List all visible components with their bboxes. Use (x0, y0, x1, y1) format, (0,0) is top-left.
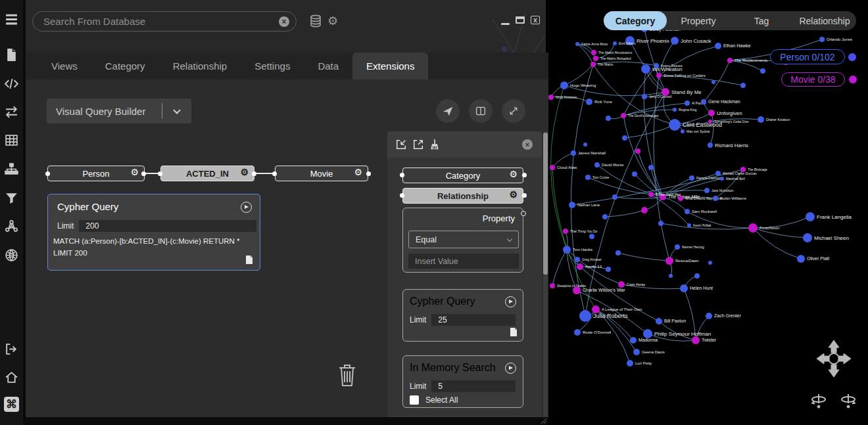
person-node[interactable] (715, 43, 721, 49)
person-node[interactable] (571, 150, 576, 156)
connector-dot[interactable] (272, 171, 277, 176)
rotate-left-icon[interactable] (809, 392, 828, 413)
clear-search-icon[interactable]: × (279, 16, 289, 27)
minimize-button[interactable] (501, 23, 510, 25)
run-query-icon[interactable] (241, 202, 252, 213)
person-node[interactable] (643, 329, 652, 338)
movie-node[interactable] (740, 167, 746, 172)
person-node[interactable] (713, 196, 718, 201)
tab-category[interactable]: Category (91, 53, 159, 79)
person-node[interactable] (627, 360, 633, 367)
connector-dot[interactable] (366, 171, 371, 176)
person-node[interactable] (633, 349, 640, 355)
resize-grip-icon[interactable] (541, 418, 547, 424)
person-node[interactable] (694, 273, 700, 279)
movie-node[interactable] (618, 281, 625, 288)
person-node[interactable] (806, 212, 815, 221)
hierarchy-icon[interactable] (4, 162, 19, 177)
movie-node[interactable] (550, 165, 555, 170)
person-node[interactable] (615, 250, 621, 256)
code-icon[interactable] (4, 76, 19, 91)
badge-color-dot[interactable] (849, 76, 857, 83)
search-bar[interactable]: × (32, 11, 297, 32)
panel-pill-relationship[interactable]: Relationship⚙ (402, 188, 523, 204)
limit-input[interactable] (431, 314, 516, 326)
rotate-right-icon[interactable] (839, 392, 857, 413)
person-node[interactable] (680, 284, 688, 292)
pan-center[interactable] (829, 353, 839, 364)
export-icon[interactable] (412, 139, 424, 150)
settings-gear-icon[interactable]: ⚙ (327, 14, 338, 28)
operator-select[interactable]: Equal (408, 231, 519, 248)
badge-movie[interactable]: Movie 0/38 (781, 72, 845, 87)
person-node[interactable] (760, 68, 765, 74)
tab-settings[interactable]: Settings (241, 53, 304, 79)
movie-node[interactable] (708, 120, 712, 123)
person-node[interactable] (740, 83, 746, 88)
person-node[interactable] (689, 175, 694, 181)
document-icon[interactable] (510, 327, 518, 337)
scrollbar[interactable] (543, 131, 548, 417)
connector-ring[interactable] (521, 211, 526, 216)
person-node[interactable] (612, 194, 617, 200)
filter-icon[interactable] (4, 190, 19, 206)
gear-icon[interactable]: ⚙ (509, 169, 518, 179)
query-node-movie[interactable]: Movie⚙ (275, 166, 368, 181)
movie-node[interactable] (708, 110, 715, 116)
person-node[interactable] (613, 41, 617, 45)
connector-dot[interactable] (45, 171, 50, 176)
person-node[interactable] (648, 165, 654, 170)
person-node[interactable] (569, 202, 575, 208)
tab-relationship[interactable]: Relationship (159, 53, 241, 79)
movie-node[interactable] (641, 207, 648, 213)
value-input[interactable] (408, 254, 519, 269)
gear-icon[interactable]: ⚙ (130, 167, 139, 177)
scrollbar-thumb[interactable] (543, 133, 548, 275)
close-panel-icon[interactable]: × (522, 139, 533, 150)
person-node[interactable] (563, 246, 571, 254)
movie-node[interactable] (656, 73, 662, 78)
swap-arrows-icon[interactable] (4, 104, 19, 120)
person-node[interactable] (758, 116, 764, 123)
tab-views[interactable]: Views (37, 53, 91, 79)
run-query-icon[interactable] (505, 296, 516, 307)
tab-extensions[interactable]: Extensions (352, 53, 428, 79)
person-node[interactable] (711, 80, 715, 84)
document-icon[interactable] (4, 47, 19, 62)
pan-up-arrow[interactable] (829, 340, 839, 353)
person-node[interactable] (669, 119, 681, 131)
movie-node[interactable] (748, 223, 758, 233)
movie-node[interactable] (577, 263, 583, 270)
trash-icon[interactable] (338, 363, 356, 387)
pan-right-arrow[interactable] (838, 353, 851, 364)
person-node[interactable] (656, 318, 662, 324)
person-node[interactable] (606, 116, 611, 121)
limit-input[interactable] (431, 380, 516, 392)
person-node[interactable] (706, 313, 712, 319)
person-node[interactable] (594, 162, 600, 168)
person-node[interactable] (681, 129, 685, 133)
gear-icon[interactable]: ⚙ (240, 167, 249, 177)
graph-tab-tag[interactable]: Tag (730, 11, 793, 30)
person-node[interactable] (589, 234, 594, 239)
network-icon[interactable] (4, 219, 19, 234)
person-node[interactable] (669, 274, 673, 278)
table-icon[interactable] (4, 133, 19, 148)
movie-node[interactable] (678, 196, 683, 201)
badge-color-dot[interactable] (848, 53, 856, 61)
graph-tab-category[interactable]: Category (604, 11, 667, 30)
person-node[interactable] (675, 244, 680, 250)
connector-dot[interactable] (252, 171, 256, 176)
gear-icon[interactable]: ⚙ (509, 189, 518, 200)
person-node[interactable] (632, 171, 637, 177)
select-all-checkbox[interactable] (410, 395, 419, 405)
panel-pill-category[interactable]: Category⚙ (402, 168, 523, 183)
person-node[interactable] (701, 99, 706, 104)
movie-node[interactable] (727, 58, 733, 63)
person-node[interactable] (704, 188, 710, 193)
connector-dot[interactable] (522, 193, 527, 198)
person-node[interactable] (720, 177, 724, 181)
pan-control[interactable] (813, 335, 855, 385)
graph-tab-property[interactable]: Property (667, 11, 730, 30)
menu-icon[interactable] (4, 12, 19, 27)
